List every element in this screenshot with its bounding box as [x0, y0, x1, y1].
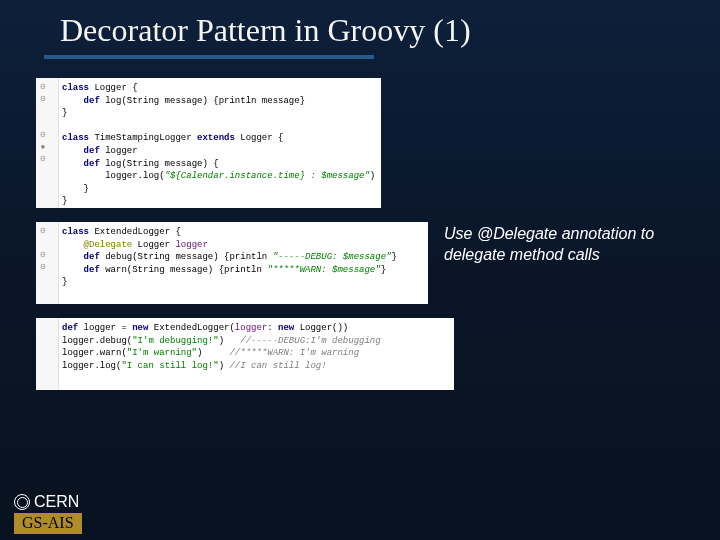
- kw: class: [62, 133, 89, 143]
- t: }: [62, 108, 67, 118]
- kw: def: [62, 146, 100, 156]
- fld: logger: [175, 240, 207, 250]
- override-icon: ●: [38, 142, 48, 152]
- fold-icon: ⊟: [38, 226, 48, 236]
- kw: class: [62, 227, 89, 237]
- blank-icon: [38, 118, 48, 128]
- kw: def: [62, 265, 100, 275]
- str: "I'm debugging!": [132, 336, 218, 346]
- code-panel-1: ⊟ ⊟ ⊟ ● ⊟ class Logger { def log(String …: [36, 78, 381, 208]
- t: TimeStampingLogger: [89, 133, 197, 143]
- t: }: [381, 265, 386, 275]
- t: Logger {: [235, 133, 284, 143]
- t: :: [267, 323, 278, 333]
- kw: def: [62, 323, 78, 333]
- t: logger.log(: [62, 361, 121, 371]
- kw: def: [62, 96, 100, 106]
- code-body-1: class Logger { def log(String message) {…: [62, 82, 377, 208]
- fold-icon: ⊟: [38, 130, 48, 140]
- gutter-icons: ⊟ ⊟ ⊟ ● ⊟: [38, 82, 48, 164]
- t: warn(String message) {println: [100, 265, 267, 275]
- fold-icon: ⊟: [38, 82, 48, 92]
- fold-icon: ⊟: [38, 250, 48, 260]
- t: ): [219, 336, 241, 346]
- cmt: //*****WARN: I'm warning: [229, 348, 359, 358]
- footer-dept-label: GS-AIS: [14, 513, 82, 534]
- t: ): [197, 348, 229, 358]
- t: }: [62, 184, 89, 194]
- str: "*****WARN: $message": [267, 265, 380, 275]
- t: debug(String message) {println: [100, 252, 273, 262]
- t: ExtendedLogger(: [148, 323, 234, 333]
- kw: class: [62, 83, 89, 93]
- gutter: [36, 318, 59, 390]
- t: log(String message) {: [100, 159, 219, 169]
- gutter-icons: ⊟ ⊟ ⊟: [38, 226, 48, 272]
- kw: def: [62, 252, 100, 262]
- kw: extends: [197, 133, 235, 143]
- footer-org-label: CERN: [34, 493, 79, 511]
- blank-icon: [38, 106, 48, 116]
- kw: new: [132, 323, 148, 333]
- title-underline: [44, 55, 374, 59]
- callout-text: Use @Delegate annotation to delegate met…: [444, 224, 674, 266]
- fold-icon: ⊟: [38, 154, 48, 164]
- t: logger.log(: [62, 171, 165, 181]
- t: Logger {: [89, 83, 138, 93]
- t: ): [370, 171, 375, 181]
- code-panel-3: def logger = new ExtendedLogger(logger: …: [36, 318, 454, 390]
- footer-cern: CERN: [14, 493, 104, 511]
- t: }: [62, 196, 67, 206]
- str: "I'm warning": [127, 348, 197, 358]
- kw: def: [62, 159, 100, 169]
- fold-icon: ⊟: [38, 262, 48, 272]
- cern-logo-icon: [14, 494, 30, 510]
- t: }: [391, 252, 396, 262]
- footer: CERN GS-AIS: [14, 493, 104, 534]
- t: }: [62, 277, 67, 287]
- t: log(String message) {println message}: [100, 96, 305, 106]
- anno: @Delegate: [62, 240, 132, 250]
- t: ): [219, 361, 230, 371]
- code-body-3: def logger = new ExtendedLogger(logger: …: [62, 322, 450, 372]
- t: Logger()): [294, 323, 348, 333]
- fld: logger: [235, 323, 267, 333]
- t: Logger: [132, 240, 175, 250]
- cmt: //I can still log!: [229, 361, 326, 371]
- blank-icon: [38, 238, 48, 248]
- t: logger.warn(: [62, 348, 127, 358]
- code-body-2: class ExtendedLogger { @Delegate Logger …: [62, 226, 424, 289]
- cmt: //-----DEBUG:I'm debugging: [240, 336, 380, 346]
- fold-icon: ⊟: [38, 94, 48, 104]
- t: logger =: [78, 323, 132, 333]
- kw: new: [278, 323, 294, 333]
- str: "${Calendar.instance.time} : $message": [165, 171, 370, 181]
- str: "-----DEBUG: $message": [273, 252, 392, 262]
- code-panel-2: ⊟ ⊟ ⊟ class ExtendedLogger { @Delegate L…: [36, 222, 428, 304]
- str: "I can still log!": [121, 361, 218, 371]
- t: ExtendedLogger {: [89, 227, 181, 237]
- t: logger.debug(: [62, 336, 132, 346]
- slide-title: Decorator Pattern in Groovy (1): [0, 0, 720, 55]
- t: logger: [100, 146, 138, 156]
